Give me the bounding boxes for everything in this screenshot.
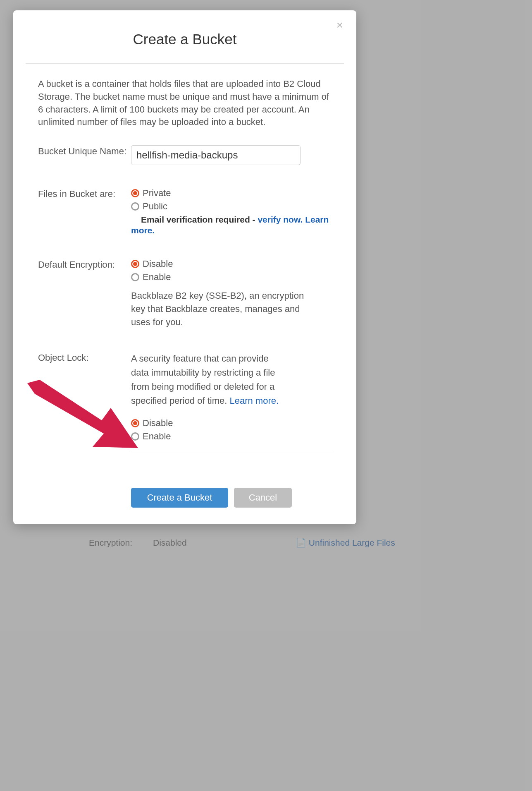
radio-icon <box>131 260 139 268</box>
radio-icon <box>131 202 139 211</box>
modal-intro-text: A bucket is a container that holds files… <box>26 78 344 129</box>
radio-icon <box>131 189 139 197</box>
create-bucket-form: Bucket Unique Name: Files in Bucket are:… <box>26 145 344 508</box>
radio-encryption-enable-label: Enable <box>143 272 171 283</box>
object-lock-learn-more-link[interactable]: Learn more. <box>229 396 279 406</box>
privacy-label: Files in Bucket are: <box>38 188 131 199</box>
object-lock-label: Object Lock: <box>38 352 131 363</box>
row-encryption: Default Encryption: Disable Enable Backb… <box>38 259 332 329</box>
divider <box>26 63 344 64</box>
divider <box>131 452 332 452</box>
verification-helper: Email verification required - verify now… <box>131 215 329 235</box>
cancel-button[interactable]: Cancel <box>234 488 292 508</box>
radio-object-lock-disable[interactable]: Disable <box>131 418 332 429</box>
radio-encryption-disable[interactable]: Disable <box>131 259 332 269</box>
close-icon[interactable]: × <box>336 19 343 31</box>
modal-title: Create a Bucket <box>26 31 344 48</box>
radio-private-label: Private <box>143 188 171 199</box>
create-bucket-button[interactable]: Create a Bucket <box>131 488 228 508</box>
radio-icon <box>131 419 139 427</box>
radio-object-lock-enable[interactable]: Enable <box>131 431 332 442</box>
button-row: Create a Bucket Cancel <box>131 488 332 508</box>
row-bucket-name: Bucket Unique Name: <box>38 145 332 165</box>
radio-encryption-enable[interactable]: Enable <box>131 272 332 283</box>
radio-object-lock-enable-label: Enable <box>143 431 171 442</box>
radio-encryption-disable-label: Disable <box>143 259 173 269</box>
radio-icon <box>131 273 139 281</box>
radio-public[interactable]: Public <box>131 201 332 212</box>
bucket-name-label: Bucket Unique Name: <box>38 145 131 157</box>
radio-icon <box>131 432 139 441</box>
row-privacy: Files in Bucket are: Private Public Emai… <box>38 188 332 236</box>
radio-object-lock-disable-label: Disable <box>143 418 173 429</box>
encryption-label: Default Encryption: <box>38 259 131 270</box>
verification-helper-prefix: Email verification required - <box>141 215 258 224</box>
bucket-name-input[interactable] <box>131 145 301 165</box>
encryption-description: Backblaze B2 key (SSE-B2), an encryption… <box>131 289 305 329</box>
row-object-lock: Object Lock: A security feature that can… <box>38 352 332 467</box>
create-bucket-modal: × Create a Bucket A bucket is a containe… <box>13 10 356 524</box>
radio-private[interactable]: Private <box>131 188 332 199</box>
object-lock-description: A security feature that can provide data… <box>131 352 288 408</box>
radio-public-label: Public <box>143 201 167 212</box>
